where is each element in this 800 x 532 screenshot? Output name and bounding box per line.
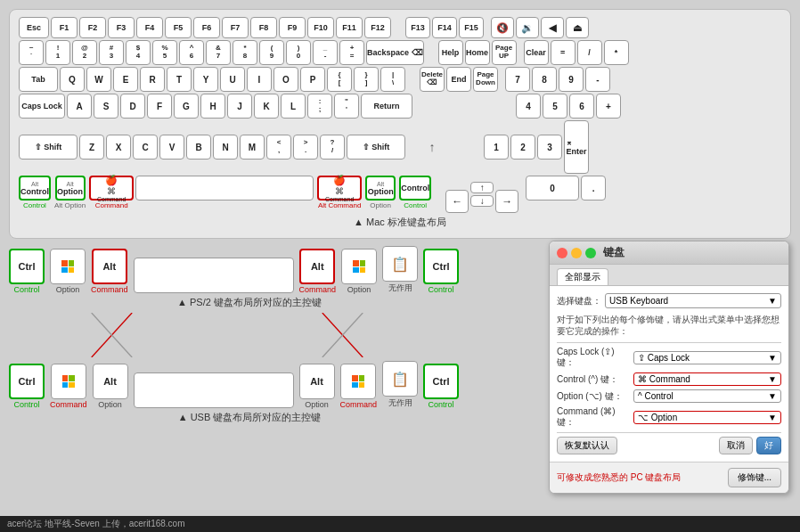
key-8[interactable]: *8 [233, 40, 257, 65]
key-backspace[interactable]: Backspace ⌫ [366, 40, 424, 65]
command-select[interactable]: ⌥ Option ▼ [633, 411, 781, 424]
key-arrow-right[interactable]: → [495, 190, 518, 213]
key-num4[interactable]: 4 [516, 94, 541, 119]
key-num0[interactable]: 0 [526, 176, 579, 201]
key-6[interactable]: ^6 [179, 40, 204, 65]
key-m[interactable]: M [240, 135, 265, 160]
key-num3[interactable]: 3 [537, 135, 562, 160]
key-pageup[interactable]: PageUP [492, 40, 517, 65]
key-end[interactable]: End [446, 67, 471, 92]
key-f5[interactable]: F5 [165, 17, 192, 38]
key-mac-control[interactable]: Alt Control [19, 176, 51, 201]
key-k[interactable]: K [254, 94, 279, 119]
key-g[interactable]: G [174, 94, 199, 119]
key-f1[interactable]: F1 [51, 17, 78, 38]
ps2-win-right[interactable] [341, 249, 377, 284]
usb-alt-left[interactable]: Alt [93, 364, 128, 399]
window-max-btn[interactable] [585, 248, 596, 258]
key-a[interactable]: A [67, 94, 92, 119]
key-mac-command-left[interactable]: 🍎 ⌘ Command [89, 176, 134, 201]
key-help[interactable]: Help [438, 40, 463, 65]
key-return[interactable]: Return [361, 94, 412, 119]
key-mac-command-right[interactable]: 🍎 ⌘ Command [317, 176, 362, 201]
ps2-doc[interactable]: 📋 [382, 246, 418, 282]
ps2-alt-right[interactable]: Alt [299, 249, 335, 284]
key-f3[interactable]: F3 [108, 17, 135, 38]
key-vol-mute[interactable]: 🔇 [491, 17, 514, 38]
key-pagedown[interactable]: PageDown [473, 67, 498, 92]
key-comma[interactable]: <, [266, 135, 291, 160]
key-numpad-clear[interactable]: Clear [524, 40, 549, 65]
key-rbracket[interactable]: }] [354, 67, 379, 92]
key-l[interactable]: L [281, 94, 306, 119]
key-x[interactable]: X [106, 135, 131, 160]
key-n[interactable]: N [213, 135, 238, 160]
key-w[interactable]: W [86, 67, 111, 92]
option-select[interactable]: ^ Control ▼ [633, 389, 781, 403]
window-min-btn[interactable] [571, 248, 582, 258]
usb-doc[interactable]: 📋 [382, 361, 418, 397]
key-slash[interactable]: ?/ [320, 135, 345, 160]
key-vol-down[interactable]: 🔉 [516, 17, 539, 38]
key-4[interactable]: $4 [126, 40, 151, 65]
key-rshift[interactable]: ⇧ Shift [347, 135, 405, 160]
btn-cancel[interactable]: 取消 [719, 437, 753, 454]
key-num8[interactable]: 8 [532, 67, 557, 92]
key-numpad-div[interactable]: / [577, 40, 602, 65]
control-select[interactable]: ⌘ Command ▼ [633, 372, 781, 386]
tab-all[interactable]: 全部显示 [557, 268, 608, 285]
key-f14[interactable]: F14 [432, 17, 457, 38]
btn-modify[interactable]: 修饰键... [728, 468, 781, 487]
usb-space[interactable] [134, 372, 294, 408]
window-close-btn[interactable] [557, 248, 567, 258]
key-tab[interactable]: Tab [19, 67, 58, 92]
key-numpad-plus[interactable]: + [596, 94, 621, 119]
key-backtick[interactable]: ~` [19, 40, 44, 65]
key-p[interactable]: P [300, 67, 325, 92]
key-numdot[interactable]: . [581, 176, 606, 201]
key-quote[interactable]: "' [334, 94, 359, 119]
key-f7[interactable]: F7 [222, 17, 249, 38]
key-f[interactable]: F [147, 94, 172, 119]
key-esc[interactable]: Esc [19, 17, 49, 38]
key-arrow-down[interactable]: ↓ [470, 195, 494, 207]
key-num1[interactable]: 1 [484, 135, 509, 160]
key-f6[interactable]: F6 [193, 17, 220, 38]
key-f13[interactable]: F13 [405, 17, 430, 38]
key-r[interactable]: R [140, 67, 165, 92]
key-5[interactable]: %5 [152, 40, 177, 65]
key-f2[interactable]: F2 [79, 17, 106, 38]
key-u[interactable]: U [220, 67, 245, 92]
ps2-ctrl-left[interactable]: Ctrl [9, 249, 45, 284]
key-f4[interactable]: F4 [136, 17, 163, 38]
key-3[interactable]: #3 [99, 40, 124, 65]
key-f15[interactable]: F15 [459, 17, 484, 38]
key-f10[interactable]: F10 [307, 17, 334, 38]
key-v[interactable]: V [159, 135, 184, 160]
key-z[interactable]: Z [79, 135, 104, 160]
key-h[interactable]: H [200, 94, 225, 119]
key-y[interactable]: Y [193, 67, 218, 92]
key-numpad-enter[interactable]: ⌅Enter [564, 120, 589, 174]
btn-ok[interactable]: 好 [756, 437, 781, 454]
usb-win-left[interactable] [51, 364, 86, 399]
key-b[interactable]: B [186, 135, 211, 160]
btn-restore[interactable]: 恢复默认认 [557, 437, 617, 454]
key-1[interactable]: !1 [45, 40, 70, 65]
ps2-ctrl-right[interactable]: Ctrl [423, 249, 459, 284]
key-lbracket[interactable]: {[ [327, 67, 352, 92]
key-c[interactable]: C [133, 135, 158, 160]
key-delete[interactable]: Delete⌫ [420, 67, 445, 92]
usb-ctrl-left[interactable]: Ctrl [9, 364, 45, 399]
key-f8[interactable]: F8 [250, 17, 277, 38]
key-f11[interactable]: F11 [336, 17, 363, 38]
key-o[interactable]: O [273, 67, 298, 92]
key-e[interactable]: E [113, 67, 138, 92]
capslock-select[interactable]: ⇪ Caps Lock ▼ [633, 351, 781, 364]
key-q[interactable]: Q [60, 67, 85, 92]
key-s[interactable]: S [94, 94, 118, 119]
key-numpad-mul[interactable]: * [604, 40, 629, 65]
key-equals[interactable]: += [339, 40, 364, 65]
key-numpad-minus[interactable]: - [585, 67, 610, 92]
usb-ctrl-right[interactable]: Ctrl [423, 364, 459, 399]
